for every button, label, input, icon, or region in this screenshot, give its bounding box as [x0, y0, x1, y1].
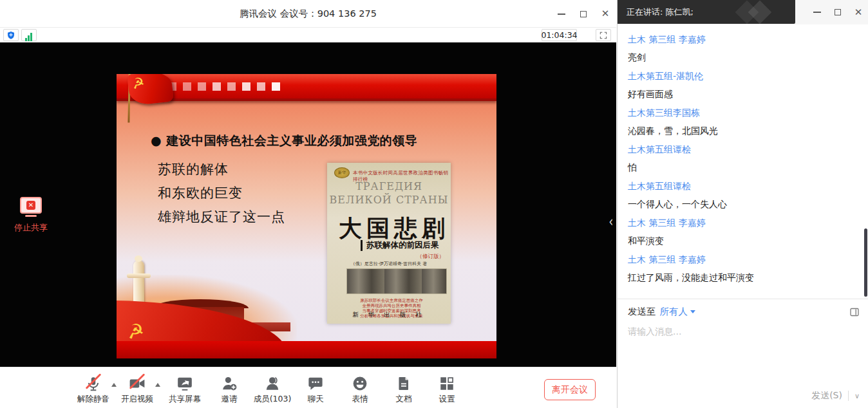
monitor-base — [25, 215, 37, 217]
banner-squares-decoration — [168, 82, 280, 91]
document-icon — [396, 375, 411, 392]
chat-message: 土木第五组谭桧 怕 — [628, 143, 858, 174]
info-strip: 01:04:34 — [0, 28, 616, 42]
share-screen-button[interactable]: 共享屏幕 — [162, 373, 208, 405]
tiananmen-artwork: ☭ — [117, 262, 310, 346]
sender-name: 土木 第三组 李嘉婷 — [628, 33, 858, 46]
chat-message: 土木第三组李国栋 沁园春，雪，北国风光 — [628, 106, 858, 137]
sender-name: 土木第五组谭桧 — [628, 143, 858, 156]
speaking-indicator: 正在讲话: 陈仁凯; — [618, 0, 795, 24]
message-text: 沁园春，雪，北国风光 — [628, 124, 858, 137]
message-text: 怕 — [628, 161, 858, 174]
chat-message: 土木第五组-湛凯伦 好有画面感 — [628, 70, 858, 100]
stop-share-label: 停止共享 — [10, 222, 52, 234]
minimize-icon — [813, 12, 821, 13]
chat-minimize-button[interactable] — [807, 0, 827, 24]
chat-close-button[interactable]: ✕ — [848, 0, 868, 24]
close-icon: ✕ — [854, 8, 863, 17]
chat-scrollbar-thumb[interactable] — [864, 228, 867, 297]
close-icon: ✕ — [601, 9, 610, 19]
shield-icon — [6, 31, 15, 40]
book-blurb-line: 原苏联部长会议主席痛定思痛之作 — [340, 298, 443, 303]
minimize-button[interactable] — [551, 0, 572, 28]
chat-message: 土木第五组谭桧 一个得人心，一个失人心 — [628, 180, 858, 210]
fullscreen-icon — [599, 31, 608, 40]
send-to-dropdown[interactable]: 所有人 — [660, 306, 688, 318]
camera-icon — [128, 375, 146, 392]
settings-button[interactable]: 设置 — [424, 373, 470, 405]
invite-person-icon — [221, 375, 238, 392]
video-options-caret[interactable] — [155, 383, 160, 387]
book-publisher: 新 华 出 版 社 — [327, 311, 451, 319]
meeting-timer: 01:04:34 — [542, 29, 577, 41]
send-button-row: 发送(S) ∨ — [811, 390, 860, 402]
chat-label: 聊天 — [292, 394, 339, 405]
message-text: 好有画面感 — [628, 88, 858, 100]
book-subtitle: 苏联解体的前因后果 — [361, 240, 439, 251]
slide-bottom-bar — [117, 341, 496, 358]
member-icon — [264, 375, 281, 392]
emoji-button[interactable]: 表情 — [337, 373, 383, 405]
stop-share-monitor-icon: ✕ — [20, 197, 42, 214]
sender-name: 土木 第三组 李嘉婷 — [628, 253, 858, 266]
leave-meeting-button[interactable]: 离开会议 — [544, 379, 596, 400]
signal-bars-icon — [25, 29, 33, 41]
chevron-down-icon[interactable] — [690, 310, 695, 313]
emoji-label: 表情 — [337, 394, 383, 405]
settings-grid-icon — [439, 375, 455, 392]
meeting-window: 腾讯会议 会议号：904 136 275 ✕ 01:04:34 — [0, 0, 616, 408]
close-button[interactable]: ✕ — [594, 0, 616, 28]
minimize-icon — [558, 14, 565, 15]
window-title: 腾讯会议 会议号：904 136 275 — [0, 8, 616, 20]
share-screen-label: 共享屏幕 — [162, 394, 208, 405]
fullscreen-button[interactable] — [596, 29, 611, 41]
stop-share-button[interactable]: ✕ 停止共享 — [10, 197, 52, 234]
invite-button[interactable]: 邀请 — [206, 373, 252, 405]
watermark-logo — [748, 1, 772, 24]
message-text: 扛过了风雨，没能走过和平演变 — [628, 271, 858, 284]
maximize-icon — [835, 9, 841, 15]
publisher-badge: 新华 — [334, 167, 350, 178]
slide-title: ● 建设中国特色社会主义事业必须加强党的领导 — [151, 133, 417, 149]
unmute-button[interactable]: 解除静音 — [70, 373, 117, 405]
book-cover: 新华 本书中文版长时间高居世界政治类图书畅销排行榜 ТРАГЕДИЯ ВЕЛИК… — [327, 163, 451, 324]
collapse-panel-chevron[interactable]: ‹ — [607, 203, 616, 239]
chat-maximize-button[interactable] — [827, 0, 848, 24]
book-edition: （修订版） — [417, 253, 445, 261]
chat-message-input[interactable] — [628, 324, 853, 339]
sender-name: 土木第五组谭桧 — [628, 180, 858, 192]
send-divider — [848, 391, 849, 401]
popout-chat-button[interactable] — [849, 307, 860, 320]
maximize-button[interactable] — [572, 0, 594, 28]
network-quality-button[interactable] — [21, 29, 37, 41]
microphone-icon — [85, 375, 102, 392]
invite-label: 邀请 — [206, 394, 252, 405]
docs-button[interactable]: 文档 — [381, 373, 427, 405]
send-options-chevron[interactable]: ∨ — [854, 392, 860, 400]
column-knob — [135, 255, 142, 262]
members-label: 成员(103) — [247, 394, 298, 405]
send-to-label: 发送至 — [628, 306, 656, 318]
unmute-label: 解除静音 — [70, 394, 117, 405]
chat-message: 土木 第三组 李嘉婷 和平演变 — [628, 216, 858, 247]
party-flag-graphic: ☭ — [119, 74, 182, 124]
slide-text-line: 苏联的解体 — [158, 160, 229, 178]
hammer-sickle-icon: ☭ — [125, 319, 146, 344]
meeting-security-button[interactable] — [3, 29, 19, 41]
speaking-text: 正在讲话: 陈仁凯; — [627, 7, 693, 17]
title-bar: 腾讯会议 会议号：904 136 275 ✕ — [0, 0, 616, 28]
members-button[interactable]: 成员(103) — [247, 373, 298, 405]
settings-label: 设置 — [424, 394, 470, 405]
book-blurb-line: 全景再现苏共垮台历史事件真相 — [340, 303, 443, 308]
sender-name: 土木第五组-湛凯伦 — [628, 70, 858, 82]
chat-panel: ✕ 正在讲话: 陈仁凯; 土木 第三组 李嘉婷 亮剑 土木第五组-湛凯伦 好有画… — [617, 0, 868, 408]
chat-button[interactable]: 聊天 — [292, 373, 339, 405]
sender-name: 土木第三组李国栋 — [628, 106, 858, 119]
chat-message-list: 土木 第三组 李嘉婷 亮剑 土木第五组-湛凯伦 好有画面感 土木第三组李国栋 沁… — [618, 24, 868, 299]
shared-slide: ☭ ● 建设中国特色社会主义事业必须加强党的领导 苏联的解体 和东欧的巨变 雄辩… — [117, 74, 496, 358]
flag-cloth: ☭ — [127, 74, 174, 106]
send-button[interactable]: 发送(S) — [811, 390, 842, 402]
chat-bubble-icon — [307, 375, 324, 392]
start-video-button[interactable]: 开启视频 — [114, 373, 160, 405]
send-to-row: 发送至 所有人 — [628, 306, 695, 318]
